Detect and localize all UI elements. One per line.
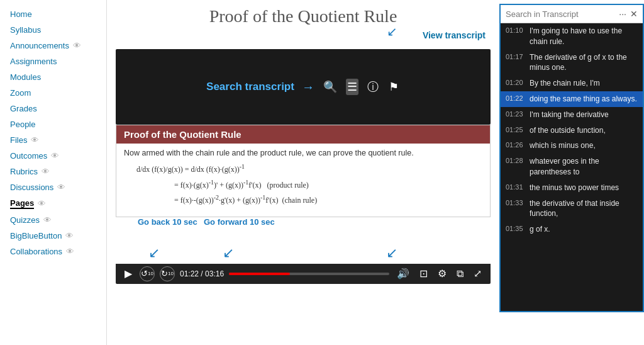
transcript-row[interactable]: 01:25of the outside function, [501, 123, 643, 139]
sidebar-eye-icon: 👁 [73, 41, 81, 50]
settings-button[interactable]: ⚙ [435, 266, 449, 281]
sidebar-item-pages[interactable]: Pages👁 [0, 195, 106, 212]
sidebar-link-discussions[interactable]: Discussions [10, 183, 53, 192]
transcript-row[interactable]: 01:10I'm going to have to use the chain … [501, 23, 643, 50]
arrow-row: ↙ ↙ ↙ [116, 245, 491, 264]
sidebar-item-assignments[interactable]: Assignments [0, 54, 106, 69]
sidebar-item-grades[interactable]: Grades [0, 101, 106, 116]
sidebar-item-home[interactable]: Home [0, 6, 106, 22]
math-equation: d/dx (f(x)/g(x)) = d/dx (f(x)·(g(x))-1 =… [124, 161, 482, 208]
info-icon-button[interactable]: ⓘ [366, 78, 380, 96]
transcript-search-input[interactable] [506, 9, 616, 19]
transcript-time: 01:17 [506, 52, 525, 60]
transcript-time: 01:23 [506, 110, 525, 118]
transcript-time: 01:26 [506, 140, 525, 149]
transcript-text: whatever goes in the parentheses to [530, 156, 638, 178]
view-transcript-link[interactable]: View transcript [423, 30, 486, 40]
sidebar-eye-icon: 👁 [51, 151, 59, 161]
video-header: Search transcript → 🔍 ☰ ⓘ ⚑ [116, 49, 491, 125]
transcript-icon-button[interactable]: ☰ [346, 79, 358, 95]
sidebar-eye-icon: 👁 [65, 231, 74, 240]
search-arrow-icon: → [302, 80, 314, 94]
transcript-time: 01:25 [506, 125, 525, 133]
transcript-time: 01:28 [506, 156, 525, 164]
forward-10-button[interactable]: ↻10 [160, 266, 175, 281]
sidebar-link-assignments[interactable]: Assignments [10, 57, 57, 66]
sidebar-link-rubrics[interactable]: Rubrics [10, 167, 38, 176]
transcript-row[interactable]: 01:20By the chain rule, I'm [501, 76, 643, 91]
sidebar-item-collaborations[interactable]: Collaborations👁 [0, 244, 106, 259]
sidebar-link-pages[interactable]: Pages [10, 198, 34, 209]
transcript-text: the derivative of that inside function, [530, 198, 638, 220]
sidebar-item-announcements[interactable]: Announcements👁 [0, 38, 106, 54]
transcript-header: ··· ✕ [501, 5, 643, 23]
sidebar-link-home[interactable]: Home [10, 9, 32, 19]
sidebar-link-files[interactable]: Files [10, 135, 27, 145]
content-body: Now armed with the chain rule and the pr… [116, 144, 490, 217]
pip-button[interactable]: ⧉ [454, 267, 466, 281]
transcript-close-icon[interactable]: ✕ [630, 9, 638, 19]
transcript-time: 01:35 [506, 224, 525, 232]
go-forward-label: Go forward 10 sec [204, 217, 275, 227]
subtitles-button[interactable]: ⊡ [417, 266, 430, 281]
search-transcript-label: Search transcript [206, 81, 294, 93]
sidebar-item-people[interactable]: People [0, 116, 106, 132]
transcript-row[interactable]: 01:33the derivative of that inside funct… [501, 196, 643, 222]
transcript-text: I'm taking the derivative [530, 110, 609, 120]
sidebar-item-syllabus[interactable]: Syllabus [0, 22, 106, 38]
transcript-row[interactable]: 01:22doing the same thing as always. [501, 91, 643, 107]
transcript-text: g of x. [530, 224, 550, 235]
volume-button[interactable]: 🔊 [394, 266, 412, 281]
search-icon-button[interactable]: 🔍 [322, 79, 338, 95]
video-search-bar: Search transcript → 🔍 ☰ ⓘ ⚑ [206, 78, 400, 96]
sidebar-link-grades[interactable]: Grades [10, 104, 37, 113]
main-layout: Proof of the Quotient Rule View transcri… [107, 0, 644, 345]
progress-bar[interactable] [229, 273, 389, 275]
sidebar-item-quizzes[interactable]: Quizzes👁 [0, 212, 106, 228]
sidebar-link-people[interactable]: People [10, 120, 35, 129]
time-display: 01:22 / 03:16 [180, 269, 224, 278]
transcript-row[interactable]: 01:26which is minus one, [501, 138, 643, 154]
sidebar-link-outcomes[interactable]: Outcomes [10, 151, 47, 161]
transcript-header-icons: ··· ✕ [619, 9, 638, 19]
sidebar-item-zoom[interactable]: Zoom [0, 85, 106, 101]
sidebar-item-modules[interactable]: Modules [0, 69, 106, 85]
go-back-label: Go back 10 sec [138, 217, 197, 227]
sidebar: HomeSyllabusAnnouncements👁AssignmentsMod… [0, 0, 107, 345]
main-panel: Proof of the Quotient Rule View transcri… [107, 0, 499, 290]
transcript-row[interactable]: 01:23I'm taking the derivative [501, 107, 643, 123]
sidebar-item-rubrics[interactable]: Rubrics👁 [0, 164, 106, 179]
transcript-row[interactable]: 01:28whatever goes in the parentheses to [501, 154, 643, 180]
sidebar-link-zoom[interactable]: Zoom [10, 88, 31, 98]
go-labels: Go back 10 sec Go forward 10 sec [116, 217, 491, 245]
sidebar-item-files[interactable]: Files👁 [0, 132, 106, 148]
transcript-row[interactable]: 01:35g of x. [501, 222, 643, 237]
transcript-row[interactable]: 01:17The derivative of g of x to the min… [501, 50, 643, 76]
transcript-text: The derivative of g of x to the minus on… [530, 52, 638, 74]
sidebar-item-outcomes[interactable]: Outcomes👁 [0, 148, 106, 164]
transcript-row[interactable]: 01:31the minus two power times [501, 180, 643, 196]
sidebar-link-modules[interactable]: Modules [10, 72, 41, 82]
fullscreen-button[interactable]: ⤢ [471, 266, 484, 281]
flag-icon-button[interactable]: ⚑ [387, 79, 400, 95]
transcript-time: 01:22 [506, 94, 525, 102]
transcript-time: 01:20 [506, 78, 525, 86]
sidebar-item-discussions[interactable]: Discussions👁 [0, 179, 106, 195]
sidebar-eye-icon: 👁 [43, 215, 52, 225]
transcript-time: 01:31 [506, 183, 525, 191]
progress-bar-fill [229, 273, 290, 275]
content-title-bar: Proof of the Quotient Rule [116, 125, 490, 144]
sidebar-link-collaborations[interactable]: Collaborations [10, 247, 62, 256]
sidebar-link-syllabus[interactable]: Syllabus [10, 25, 41, 35]
rewind-10-button[interactable]: ↺10 [140, 266, 155, 281]
sidebar-eye-icon: 👁 [57, 183, 65, 192]
transcript-time: 01:33 [506, 198, 525, 206]
transcript-text: which is minus one, [530, 140, 596, 151]
sidebar-item-bigbluebutton[interactable]: BigBlueButton👁 [0, 228, 106, 244]
sidebar-link-quizzes[interactable]: Quizzes [10, 215, 40, 225]
play-button[interactable]: ▶ [122, 266, 135, 281]
view-transcript-area: View transcript ↙ [116, 30, 491, 49]
sidebar-link-bigbluebutton[interactable]: BigBlueButton [10, 231, 62, 240]
sidebar-link-announcements[interactable]: Announcements [10, 41, 69, 50]
transcript-more-icon[interactable]: ··· [619, 9, 626, 19]
